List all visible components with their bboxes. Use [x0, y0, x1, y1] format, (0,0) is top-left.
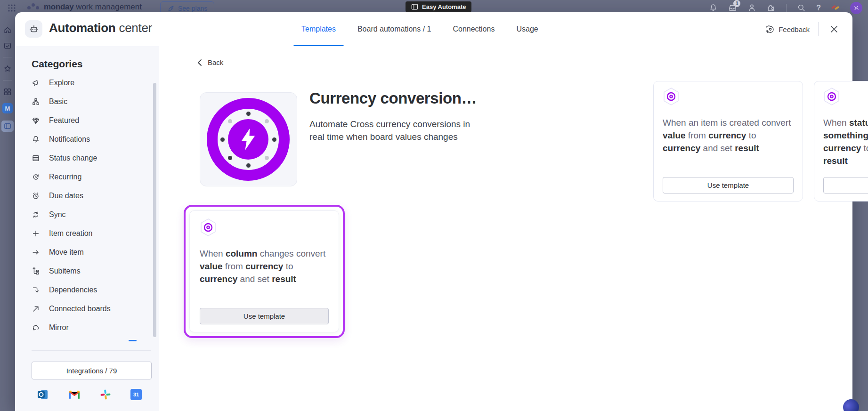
inbox-count-badge: 1 [733, 0, 740, 7]
inbox-tray-icon[interactable]: 1 [728, 3, 737, 12]
template-card-text: When an item is created convert value fr… [663, 116, 794, 154]
integration-app-icons: 31 [37, 389, 142, 400]
my-work-icon[interactable] [3, 41, 12, 50]
monday-logo[interactable]: monday work management [27, 2, 142, 12]
easy-automate-badge[interactable]: Easy Automate [406, 1, 471, 12]
recurring-icon [32, 173, 40, 181]
slack-icon [100, 389, 111, 400]
automation-badge-icon [823, 87, 840, 106]
page-title: Automationcenter [49, 21, 152, 35]
panel-icon [411, 4, 418, 10]
integrations-button[interactable]: Integrations / 79 [32, 362, 152, 379]
sidebar-item-explore[interactable]: Explore [32, 73, 146, 92]
template-card-text: When status changes to something convert… [823, 116, 868, 167]
sidebar-item-item-creation[interactable]: Item creation [32, 224, 146, 243]
item-creation-icon [32, 229, 40, 238]
template-card-column-changes[interactable]: When column changes convert value from c… [189, 210, 339, 332]
gmail-icon [68, 389, 81, 400]
template-detail-pane: Back Currency conversion… Automate Cross… [159, 46, 852, 411]
template-description: Automate Cross currency conversions in r… [309, 118, 485, 143]
feedback-bubble-icon [766, 25, 775, 34]
sidebar-item-status-change[interactable]: Status change [32, 149, 146, 168]
monday-logo-dots [27, 3, 40, 11]
template-card-status-changes[interactable]: When status changes to something convert… [814, 81, 868, 201]
sidebar-divider [32, 350, 151, 351]
waffle-menu-icon[interactable] [8, 4, 16, 12]
help-icon[interactable]: ? [816, 4, 821, 12]
loading-indicator [129, 340, 137, 341]
sidebar-item-notifications[interactable]: Notifications [32, 130, 146, 149]
screen: monday work management See plans Easy Au… [0, 0, 868, 411]
automation-badge-icon [663, 87, 680, 106]
boards-grid-icon[interactable] [3, 88, 12, 96]
sync-icon [32, 210, 40, 219]
monday-mini-logo [831, 5, 840, 11]
categories-list: Explore Basic Featured Notifications Sta… [32, 73, 146, 337]
sidebar-scrollbar[interactable] [153, 83, 156, 337]
sidebar-item-move-item[interactable]: Move item [32, 243, 146, 262]
header-divider [818, 22, 819, 36]
status-change-icon [32, 154, 40, 162]
chevron-left-icon [197, 59, 202, 66]
lightning-bolt-icon [228, 119, 268, 160]
easy-automate-label: Easy Automate [422, 3, 466, 10]
automation-center-modal: Automationcenter Templates Board automat… [15, 12, 852, 411]
basic-icon [32, 97, 40, 106]
use-template-button[interactable]: Use template [200, 308, 329, 324]
favorites-star-icon[interactable] [3, 64, 12, 73]
close-icon[interactable] [827, 22, 841, 36]
template-hero-icon [200, 92, 297, 186]
template-card-item-created[interactable]: When an item is created convert value fr… [653, 81, 803, 201]
featured-icon [32, 116, 40, 125]
automation-robot-icon [25, 20, 42, 38]
subitems-icon [32, 267, 40, 275]
feedback-label: Feedback [779, 25, 810, 33]
use-template-button[interactable]: Use template [663, 177, 794, 193]
home-icon[interactable] [3, 26, 12, 34]
sidebar-item-connected-boards[interactable]: Connected boards [32, 299, 146, 318]
template-card-text: When column changes convert value from c… [200, 247, 329, 285]
rocket-icon [167, 5, 175, 12]
tab-board-automations[interactable]: Board automations / 1 [347, 12, 442, 46]
sidebar-item-due-dates[interactable]: Due dates [32, 186, 146, 205]
app-left-rail: M [0, 16, 15, 411]
sidebar-item-featured[interactable]: Featured [32, 111, 146, 130]
outlook-icon [37, 389, 49, 400]
help-bubble-button[interactable] [843, 399, 859, 411]
sidebar-item-recurring[interactable]: Recurring [32, 168, 146, 186]
due-dates-icon [32, 192, 40, 200]
tab-bar: Templates Board automations / 1 Connecti… [291, 12, 549, 46]
sidebar-item-dependencies[interactable]: Dependencies [32, 281, 146, 299]
automation-badge-icon [200, 218, 217, 237]
tab-connections[interactable]: Connections [442, 12, 505, 46]
monday-wordmark: monday work management [44, 2, 142, 12]
mirror-icon [32, 323, 40, 332]
explore-icon [32, 79, 40, 87]
selected-template-highlight: When column changes convert value from c… [184, 205, 345, 338]
active-board-icon[interactable] [1, 121, 14, 132]
sidebar-item-subitems[interactable]: Subitems [32, 262, 146, 281]
back-button[interactable]: Back [197, 58, 223, 66]
invite-person-icon[interactable] [747, 3, 756, 12]
tab-usage[interactable]: Usage [505, 12, 549, 46]
search-icon[interactable] [797, 3, 806, 12]
notifications-bell-icon[interactable] [709, 3, 718, 12]
categories-heading: Categories [32, 58, 83, 70]
sidebar-item-sync[interactable]: Sync [32, 205, 146, 224]
tab-templates[interactable]: Templates [291, 12, 347, 46]
connected-boards-icon [32, 305, 40, 313]
notifications-icon [32, 135, 40, 144]
categories-sidebar: Categories Explore Basic Featured Notifi… [15, 46, 160, 411]
dependencies-icon [32, 286, 40, 294]
use-template-button[interactable]: Use template [823, 177, 868, 193]
see-plans-label: See plans [178, 5, 207, 12]
sidebar-item-mirror[interactable]: Mirror [32, 318, 146, 337]
workspace-m-logo[interactable]: M [2, 103, 13, 113]
marketplace-icon[interactable] [767, 3, 776, 12]
topbar-divider [786, 4, 787, 12]
modal-header: Automationcenter Templates Board automat… [15, 12, 852, 47]
feedback-button[interactable]: Feedback [766, 25, 810, 34]
move-item-icon [32, 248, 40, 257]
sidebar-item-basic[interactable]: Basic [32, 92, 146, 111]
google-calendar-icon: 31 [130, 389, 142, 400]
